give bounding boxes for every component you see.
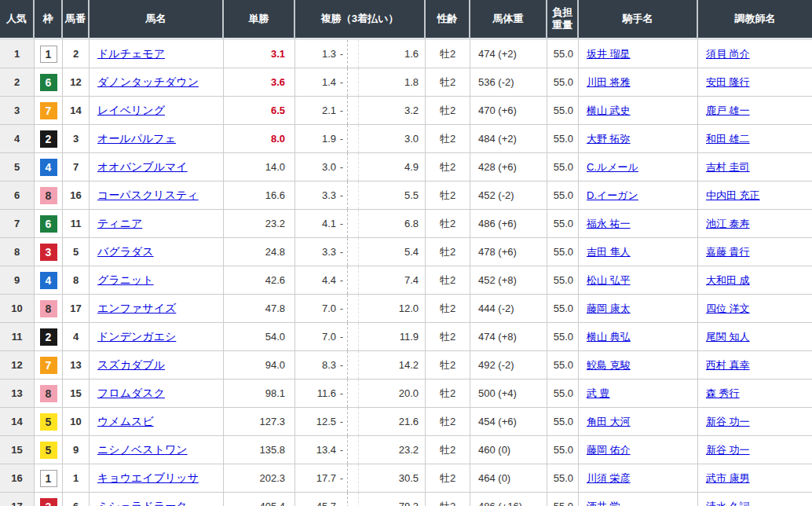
jockey-link[interactable]: 角田 大河 [587,416,631,427]
horse-name-link[interactable]: キョウエイブリッサ [97,471,199,484]
jockey-link[interactable]: 川田 将雅 [587,76,631,88]
horse-weight-cell: 444 (-2) [470,295,547,323]
jockey-link[interactable]: C.ルメール [587,161,638,173]
column-header-umaban: 馬番 [63,0,90,40]
jockey-link[interactable]: 鮫島 克駿 [587,359,631,371]
jockey-link[interactable]: 横山 武史 [587,104,631,116]
horse-name-link[interactable]: スズカダブル [97,358,165,371]
sex-age-cell: 牡2 [426,266,470,295]
horse-number-cell: 17 [63,295,90,323]
win-odds-cell: 3.1 [224,40,295,68]
horse-name-link[interactable]: ニシノベストワン [97,443,188,456]
column-header-bamei: 馬名 [90,0,224,40]
trainer-link[interactable]: 嘉藤 貴行 [706,246,750,258]
place-odds-low: 3.0 [295,161,336,173]
dashed-guide-line [348,125,359,152]
horse-name-link[interactable]: グラニット [97,273,154,286]
popularity-cell: 11 [0,323,35,351]
horse-name-link[interactable]: ドルチェモア [97,47,165,60]
carried-weight-cell: 55.0 [547,40,579,68]
dashed-guide-line [348,40,359,68]
trainer-link[interactable]: 新谷 功一 [706,444,750,456]
trainer-link[interactable]: 森 秀行 [706,387,740,399]
jockey-link[interactable]: 福永 祐一 [587,218,631,229]
trainer-link[interactable]: 鹿戸 雄一 [706,104,750,116]
jockey-link[interactable]: 横山 典弘 [587,331,631,343]
horse-name-link[interactable]: コーパスクリスティ [97,189,199,201]
trainer-link[interactable]: 四位 洋文 [706,302,750,314]
jockey-link[interactable]: 武 豊 [587,387,610,399]
frame-badge: 5 [40,442,57,459]
place-odds-range: 13.4-23.2 [295,436,425,464]
jockey-link[interactable]: D.イーガン [587,189,638,201]
jockey-link[interactable]: 藤岡 康太 [587,302,631,314]
trainer-link[interactable]: 武市 康男 [706,472,750,484]
horse-weight-value: 474 (+8) [478,331,517,343]
table-row: 1559ニシノベストワン135.813.4-23.2牡2460 (0)55.0藤… [0,436,812,464]
jockey-link[interactable]: 坂井 瑠星 [587,48,631,60]
horse-name-link[interactable]: レイベリング [97,104,165,116]
sex-age-cell: 牡2 [426,351,470,380]
horse-name-link[interactable]: ウメムスビ [97,415,154,427]
horse-name-link[interactable]: ティニア [97,217,142,229]
jockey-cell: 坂井 瑠星 [579,40,698,68]
place-odds-range: 4.4-7.4 [295,266,425,294]
dashed-guide-line [348,153,359,181]
trainer-link[interactable]: 池江 泰寿 [706,218,750,229]
win-odds-cell: 127.3 [224,408,295,436]
trainer-link[interactable]: 大和田 成 [706,274,750,286]
jockey-link[interactable]: 酒井 学 [587,500,620,506]
frame-badge: 2 [40,328,57,346]
popularity-cell: 10 [0,295,35,323]
trainer-link[interactable]: 尾関 知人 [706,331,750,343]
popularity-cell: 17 [0,493,35,506]
jockey-link[interactable]: 吉田 隼人 [587,246,631,258]
trainer-cell: 中内田 充正 [698,182,812,210]
horse-number-value: 12 [70,76,81,88]
sex-age-cell: 牡2 [426,238,470,266]
trainer-link[interactable]: 須貝 尚介 [706,48,750,60]
horse-weight-value: 474 (+2) [478,48,517,60]
trainer-link[interactable]: 中内田 充正 [706,189,760,201]
horse-name-link[interactable]: ドンデンガエシ [97,330,176,343]
trainer-link[interactable]: 吉村 圭司 [706,161,750,173]
frame-badge: 8 [40,187,57,204]
place-odds-cell: 45.7-79.3 [295,493,426,506]
trainer-link[interactable]: 安田 隆行 [706,76,750,88]
horse-weight-cell: 486 (+6) [470,210,547,238]
horse-name-link[interactable]: オオバンブルマイ [97,160,188,173]
popularity-cell: 5 [0,153,35,182]
trainer-link[interactable]: 新谷 功一 [706,416,750,427]
jockey-link[interactable]: 大野 拓弥 [587,133,631,145]
jockey-link[interactable]: 藤岡 佑介 [587,444,631,456]
horse-weight-cell: 478 (+6) [470,238,547,266]
horse-name-link[interactable]: オールパルフェ [97,132,176,145]
horse-name-link[interactable]: エンファサイズ [97,302,176,314]
horse-name-link[interactable]: ミシェラドラータ [97,500,187,506]
carried-weight-cell: 55.0 [547,323,579,351]
place-odds-low: 4.4 [295,274,336,286]
trainer-link[interactable]: 西村 真幸 [706,359,750,371]
sex-age-cell: 牡2 [426,408,470,436]
win-odds-cell: 42.6 [224,266,295,295]
horse-weight-cell: 454 (+6) [470,408,547,436]
place-odds-cell: 3.0-4.9 [295,153,426,182]
horse-name-link[interactable]: フロムダスク [97,387,165,399]
horse-weight-value: 464 (0) [478,472,510,484]
win-odds-value: 405.4 [259,500,285,506]
jockey-cell: 大野 拓弥 [579,125,698,153]
horse-number-value: 13 [70,359,81,371]
horse-name-link[interactable]: バグラダス [97,245,154,258]
horse-number-value: 2 [73,48,79,60]
win-odds-value: 54.0 [265,331,285,343]
jockey-cell: 横山 武史 [579,97,698,125]
dashed-guide-line [348,210,359,237]
trainer-link[interactable]: 清水 久詞 [706,500,750,506]
horse-number-cell: 2 [63,40,90,68]
jockey-link[interactable]: 川須 栄彦 [587,472,631,484]
trainer-link[interactable]: 和田 雄二 [706,133,750,145]
jockey-cell: 福永 祐一 [579,210,698,238]
horse-name-link[interactable]: ダノンタッチダウン [97,75,199,88]
frame-badge: 3 [40,498,57,506]
jockey-link[interactable]: 松山 弘平 [587,274,631,286]
